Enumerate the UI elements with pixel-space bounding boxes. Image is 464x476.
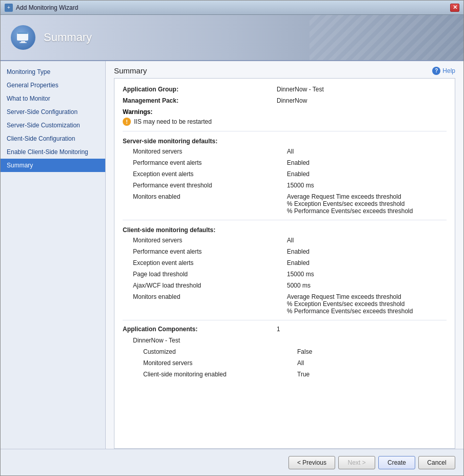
warning-text: IIS may need to be restarted xyxy=(134,118,211,125)
sidebar-item-what-to-monitor[interactable]: What to Monitor xyxy=(1,92,105,105)
previous-button[interactable]: < Previous xyxy=(288,456,335,469)
sidebar-item-server-side-config[interactable]: Server-Side Configuration xyxy=(1,105,105,119)
server-monitored-servers-label: Monitored servers xyxy=(133,148,287,155)
client-monitor-value-3: % Performance Events/sec exceeds thresho… xyxy=(287,308,447,315)
server-monitored-servers-row: Monitored servers All xyxy=(123,148,447,155)
server-monitored-servers-value: All xyxy=(287,148,447,155)
client-exception-alerts-row: Exception event alerts Enabled xyxy=(123,259,447,266)
app-components-count: 1 xyxy=(277,326,447,333)
sidebar-item-general-properties[interactable]: General Properties xyxy=(1,79,105,92)
help-label: Help xyxy=(442,67,455,74)
warnings-label: Warnings: xyxy=(123,108,447,116)
divider-2 xyxy=(123,220,447,220)
server-exception-alerts-label: Exception event alerts xyxy=(133,170,287,178)
application-group-row: Application Group: DinnerNow - Test xyxy=(123,86,447,93)
client-monitors-values: Average Request Time exceeds threshold %… xyxy=(287,293,447,315)
main-window: + Add Monitoring Wizard ✕ Summary Monito… xyxy=(0,0,464,476)
sidebar-item-enable-client-side[interactable]: Enable Client-Side Monitoring xyxy=(1,145,105,159)
client-side-enabled-label: Client-side monitoring enabled xyxy=(143,371,297,378)
cancel-button[interactable]: Cancel xyxy=(418,456,455,469)
server-exception-alerts-row: Exception event alerts Enabled xyxy=(123,170,447,178)
warning-text-row: ! IIS may need to be restarted xyxy=(123,118,447,126)
svg-rect-3 xyxy=(20,42,27,43)
divider-3 xyxy=(123,320,447,320)
server-monitors-label: Monitors enabled xyxy=(133,193,287,200)
customized-row: Customized False xyxy=(123,348,447,355)
client-side-enabled-row: Client-side monitoring enabled True xyxy=(123,371,447,378)
client-ajax-label: Ajax/WCF load threshold xyxy=(133,282,287,289)
help-link[interactable]: ? Help xyxy=(432,67,455,75)
server-perf-threshold-value: 15000 ms xyxy=(287,182,447,189)
monitored-servers-label: Monitored servers xyxy=(143,359,297,367)
close-button[interactable]: ✕ xyxy=(450,4,459,12)
svg-rect-1 xyxy=(17,32,28,34)
application-group-label: Application Group: xyxy=(123,86,277,93)
server-perf-threshold-row: Performance event threshold 15000 ms xyxy=(123,182,447,189)
sidebar-item-client-side-config[interactable]: Client-Side Configuration xyxy=(1,132,105,145)
content-header: Summary ? Help xyxy=(106,61,463,78)
server-monitor-value-2: % Exception Events/sec exceeds threshold xyxy=(287,200,447,207)
main-content: Monitoring Type General Properties What … xyxy=(1,61,463,449)
client-monitored-servers-row: Monitored servers All xyxy=(123,237,447,244)
header-icon-svg xyxy=(16,30,30,45)
client-ajax-row: Ajax/WCF load threshold 5000 ms xyxy=(123,282,447,289)
sidebar: Monitoring Type General Properties What … xyxy=(1,61,106,449)
client-monitors-row: Monitors enabled Average Request Time ex… xyxy=(123,293,447,315)
server-perf-alerts-label: Performance event alerts xyxy=(133,159,287,166)
create-button[interactable]: Create xyxy=(378,456,415,469)
header-icon xyxy=(11,25,35,50)
server-perf-alerts-row: Performance event alerts Enabled xyxy=(123,159,447,166)
content-title: Summary xyxy=(114,66,147,75)
content-area: Summary ? Help Application Group: Dinner… xyxy=(106,61,463,449)
client-perf-alerts-row: Performance event alerts Enabled xyxy=(123,248,447,255)
client-side-title: Client-side monitoring defaults: xyxy=(123,226,447,234)
monitored-servers-row: Monitored servers All xyxy=(123,359,447,367)
app-component-name: DinnerNow - Test xyxy=(133,337,287,344)
client-monitored-servers-value: All xyxy=(287,237,447,244)
titlebar-title: Add Monitoring Wizard xyxy=(16,4,450,11)
next-button[interactable]: Next > xyxy=(338,456,375,469)
client-monitor-value-2: % Exception Events/sec exceeds threshold xyxy=(287,300,447,308)
management-pack-value: DinnerNow xyxy=(277,97,447,104)
management-pack-label: Management Pack: xyxy=(123,97,277,104)
client-page-load-row: Page load threshold 15000 ms xyxy=(123,271,447,278)
app-components-title: Application Components: xyxy=(123,326,277,333)
server-monitors-row: Monitors enabled Average Request Time ex… xyxy=(123,193,447,215)
app-components-row: Application Components: 1 xyxy=(123,326,447,333)
divider-1 xyxy=(123,131,447,131)
help-icon: ? xyxy=(432,67,440,75)
server-exception-alerts-value: Enabled xyxy=(287,170,447,178)
footer: < Previous Next > Create Cancel xyxy=(1,449,463,475)
client-page-load-value: 15000 ms xyxy=(287,271,447,278)
sidebar-item-summary[interactable]: Summary xyxy=(1,159,105,172)
server-monitor-value-3: % Performance Events/sec exceeds thresho… xyxy=(287,207,447,215)
warnings-section: Warnings: ! IIS may need to be restarted xyxy=(123,108,447,126)
management-pack-row: Management Pack: DinnerNow xyxy=(123,97,447,104)
application-group-value: DinnerNow - Test xyxy=(277,86,447,93)
titlebar-icon: + xyxy=(5,4,13,12)
client-side-enabled-value: True xyxy=(297,371,447,378)
app-component-name-row: DinnerNow - Test xyxy=(123,337,447,344)
client-monitors-label: Monitors enabled xyxy=(133,293,287,300)
header-band: Summary xyxy=(1,15,463,61)
client-exception-alerts-label: Exception event alerts xyxy=(133,259,287,266)
customized-label: Customized xyxy=(143,348,297,355)
client-exception-alerts-value: Enabled xyxy=(287,259,447,266)
server-perf-threshold-label: Performance event threshold xyxy=(133,182,287,189)
monitored-servers-value: All xyxy=(297,359,447,367)
client-monitored-servers-label: Monitored servers xyxy=(133,237,287,244)
titlebar: + Add Monitoring Wizard ✕ xyxy=(1,1,463,15)
server-monitor-value-1: Average Request Time exceeds threshold xyxy=(287,193,447,200)
server-side-title: Server-side monitoring defaults: xyxy=(123,138,447,145)
client-perf-alerts-value: Enabled xyxy=(287,248,447,255)
header-title: Summary xyxy=(44,31,92,44)
server-monitors-values: Average Request Time exceeds threshold %… xyxy=(287,193,447,215)
client-perf-alerts-label: Performance event alerts xyxy=(133,248,287,255)
sidebar-item-monitoring-type[interactable]: Monitoring Type xyxy=(1,65,105,79)
client-page-load-label: Page load threshold xyxy=(133,271,287,278)
sidebar-item-server-side-custom[interactable]: Server-Side Customization xyxy=(1,119,105,132)
client-ajax-value: 5000 ms xyxy=(287,282,447,289)
warning-icon: ! xyxy=(123,118,131,126)
client-monitor-value-1: Average Request Time exceeds threshold xyxy=(287,293,447,300)
customized-value: False xyxy=(297,348,447,355)
